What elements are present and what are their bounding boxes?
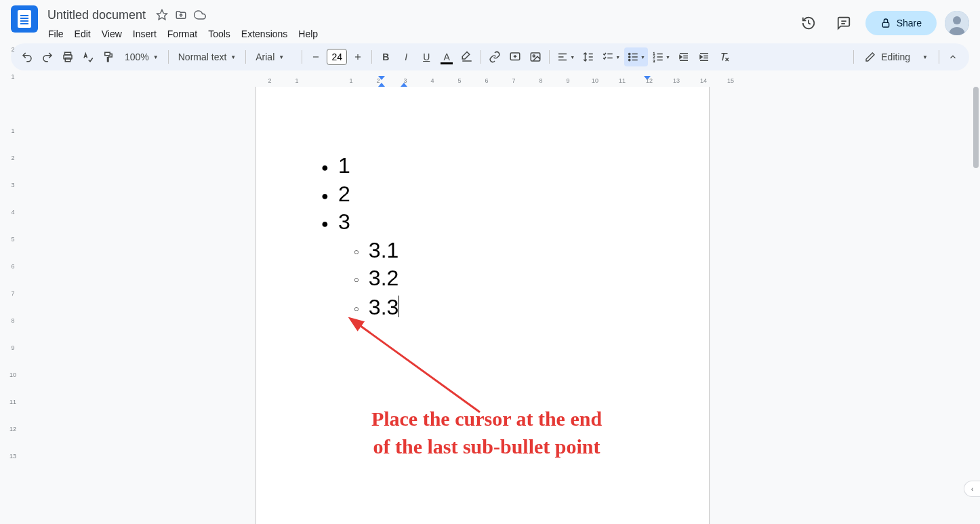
explore-tab[interactable]: ‹ [964, 481, 980, 497]
ruler-tick: 8 [539, 77, 542, 84]
svg-point-5 [953, 16, 961, 24]
underline-button[interactable]: U [417, 47, 436, 66]
ruler-tick: 2 [376, 77, 380, 84]
share-button[interactable]: Share [865, 11, 937, 35]
separator [302, 50, 302, 64]
list-item[interactable]: ○3.2 [354, 264, 644, 293]
ruler-tick: 12 [9, 426, 16, 432]
vertical-scrollbar[interactable] [973, 87, 979, 168]
list-item-text[interactable]: 1 [338, 152, 350, 180]
ruler-tick: 7 [512, 77, 515, 84]
svg-marker-0 [157, 10, 167, 20]
collapse-toolbar-button[interactable] [943, 47, 962, 66]
paint-format-button[interactable] [99, 47, 118, 66]
list-item-text[interactable]: 2 [338, 180, 350, 209]
ruler-tick: 13 [673, 77, 680, 84]
clear-formatting-button[interactable] [715, 47, 734, 66]
font-size-input[interactable] [327, 49, 347, 65]
insert-link-button[interactable] [485, 47, 504, 66]
menu-view[interactable]: View [97, 26, 127, 42]
caret-down-icon: ▼ [570, 55, 575, 60]
ruler-tick: 8 [11, 317, 14, 324]
list-item-text[interactable]: 3 [338, 208, 350, 237]
caret-down-icon: ▼ [153, 54, 159, 60]
ruler-tick: 1 [11, 127, 14, 134]
highlight-button[interactable] [457, 47, 476, 66]
menu-file[interactable]: File [43, 26, 68, 42]
ruler-tick: 1 [295, 77, 298, 84]
separator [853, 50, 854, 64]
insert-comment-button[interactable] [506, 47, 525, 66]
numbered-list-button[interactable]: 123▼ [649, 47, 673, 66]
zoom-dropdown[interactable]: 100%▼ [119, 52, 164, 62]
separator [245, 50, 246, 64]
svg-line-47 [358, 324, 480, 412]
redo-button[interactable] [38, 47, 57, 66]
user-avatar[interactable] [945, 11, 969, 35]
menu-extensions[interactable]: Extensions [237, 26, 292, 42]
ruler-tick: 11 [9, 399, 16, 405]
ruler-tick: 10 [592, 77, 598, 84]
comments-icon[interactable] [830, 9, 857, 37]
horizontal-ruler[interactable]: 21123456789101112131415 [26, 76, 980, 87]
list-item-text[interactable]: 3.1 [369, 237, 399, 265]
bold-button[interactable]: B [376, 47, 395, 66]
docs-logo-icon[interactable] [11, 5, 38, 33]
bullet-disc-icon: ● [321, 188, 329, 204]
list-item-text[interactable]: 3.3 [369, 294, 399, 322]
ruler-tick: 10 [9, 371, 16, 378]
checklist-button[interactable]: ▼ [599, 47, 623, 66]
history-icon[interactable] [795, 9, 822, 37]
caret-down-icon: ▼ [279, 54, 284, 60]
line-spacing-button[interactable] [579, 47, 598, 66]
paragraph-style-dropdown[interactable]: Normal text▼ [173, 52, 242, 62]
bullet-disc-icon: ● [321, 216, 329, 232]
insert-image-button[interactable] [526, 47, 545, 66]
font-dropdown[interactable]: Arial▼ [250, 52, 298, 62]
document-content[interactable]: ●1●2●3○3.1○3.2○3.3 [321, 152, 644, 322]
vertical-ruler[interactable]: 2112345678910111213 [0, 87, 26, 524]
list-item-text[interactable]: 3.2 [369, 264, 399, 293]
document-title[interactable]: Untitled document [43, 7, 150, 24]
decrease-font-size-button[interactable] [306, 47, 325, 66]
list-item[interactable]: ●1 [321, 152, 644, 180]
ruler-tick: 4 [11, 209, 14, 216]
text-color-button[interactable]: A [437, 47, 456, 66]
list-item[interactable]: ●3 [321, 208, 644, 237]
print-button[interactable] [58, 47, 77, 66]
list-item[interactable]: ○3.1 [354, 237, 644, 265]
menu-help[interactable]: Help [293, 26, 323, 42]
bulleted-list-button[interactable]: ▼ [624, 47, 648, 66]
menu-format[interactable]: Format [163, 26, 202, 42]
ruler-tick: 6 [485, 77, 488, 84]
document-page[interactable]: ●1●2●3○3.1○3.2○3.3 Place the cursor at t… [256, 87, 709, 524]
document-scroll-area[interactable]: ●1●2●3○3.1○3.2○3.3 Place the cursor at t… [26, 87, 980, 524]
spellcheck-button[interactable] [79, 47, 98, 66]
align-button[interactable]: ▼ [554, 47, 577, 66]
toolbar-right: Editing ▼ [851, 47, 962, 66]
editing-mode-button[interactable]: Editing ▼ [858, 52, 935, 62]
share-label: Share [897, 18, 922, 28]
menu-edit[interactable]: Edit [70, 26, 96, 42]
italic-button[interactable]: I [396, 47, 415, 66]
title-row: Untitled document [43, 5, 795, 24]
caret-down-icon: ▼ [922, 54, 928, 60]
list-item[interactable]: ●2 [321, 180, 644, 209]
move-icon[interactable] [174, 8, 188, 22]
svg-point-25 [629, 53, 630, 54]
menu-tools[interactable]: Tools [203, 26, 235, 42]
increase-font-size-button[interactable] [348, 47, 367, 66]
ruler-tick: 5 [11, 236, 14, 243]
cloud-status-icon[interactable] [193, 8, 207, 22]
list-item[interactable]: ○3.3 [354, 293, 644, 322]
ruler-tick: 9 [11, 344, 14, 351]
bullet-circle-icon: ○ [354, 275, 359, 286]
decrease-indent-button[interactable] [674, 47, 693, 66]
undo-button[interactable] [18, 47, 37, 66]
increase-indent-button[interactable] [695, 47, 714, 66]
ruler-tick: 11 [619, 77, 626, 84]
star-icon[interactable] [155, 8, 169, 22]
pencil-icon [865, 52, 876, 62]
ruler-tick: 13 [9, 453, 16, 460]
menu-insert[interactable]: Insert [128, 26, 161, 42]
